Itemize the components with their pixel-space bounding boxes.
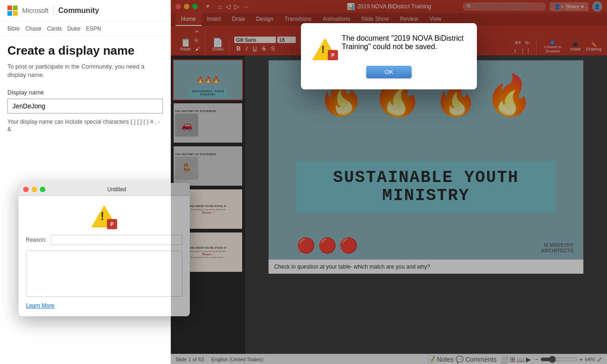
reason-textarea[interactable] [26,251,182,297]
dialog-overlay: ! P The document "2019 NOVA BiDistrict T… [171,0,607,364]
ms-header: Microsoft Community [0,0,170,22]
display-name-input[interactable] [7,99,163,113]
dialog-footer: OK [312,66,466,78]
nav-item-duke[interactable]: Duke [67,25,80,32]
second-dialog-icon-row: P [91,203,117,229]
save-error-dialog: ! P The document "2019 NOVA BiDistrict T… [301,23,477,89]
learn-more-link[interactable]: Learn More [26,302,54,309]
ms-logo-blue [7,11,12,16]
nav-item-chase[interactable]: Chase [25,25,42,32]
dialog-ok-button[interactable]: OK [366,66,412,78]
second-dialog-content: P Reason: Learn More [19,196,190,316]
ms-divider [53,6,54,15]
dialog-text: The document "2019 NOVA BiDistrict Train… [342,34,466,51]
second-dialog-close[interactable] [23,187,29,192]
ms-logo-yellow [13,11,18,16]
ms-logo-green [13,6,18,10]
dialog-message: The document "2019 NOVA BiDistrict Train… [342,34,463,50]
ms-logo-red [7,6,12,10]
nav-item-cards[interactable]: Cards [47,25,62,32]
reason-row: Reason: [26,235,182,245]
nav-item-espn[interactable]: ESPN [86,25,101,32]
second-dialog: Untitled P Reason: Learn More [19,183,190,316]
second-dialog-titlebar: Untitled [19,183,190,196]
display-name-hint: Your display name can include special ch… [7,118,163,134]
warning-exclamation: ! [321,44,325,56]
ms-brand-text: Microsoft [22,7,49,14]
create-display-title: Create a display name [7,44,163,58]
dialog-icon-wrapper: ! P [312,34,338,60]
dialog-icon-container: ! P [312,34,334,56]
create-display-subtitle: To post or participate in the Community,… [7,63,163,79]
second-dialog-title: Untitled [48,186,185,193]
reason-input[interactable] [50,235,182,245]
ms-nav: Bible Chase Cards Duke ESPN [0,22,170,36]
dialog-header: ! P The document "2019 NOVA BiDistrict T… [312,34,466,56]
second-dialog-maximize[interactable] [40,187,45,192]
pp-icon: P [107,219,117,229]
ms-logo [7,6,18,16]
second-warning-icon: P [91,203,117,229]
display-name-label: Display name [7,89,163,96]
ms-community-title: Community [58,6,99,15]
dialog-ppt-icon: P [328,50,338,60]
second-dialog-minimize[interactable] [31,187,37,192]
reason-label: Reason: [26,237,47,243]
nav-item-bible[interactable]: Bible [7,25,20,32]
